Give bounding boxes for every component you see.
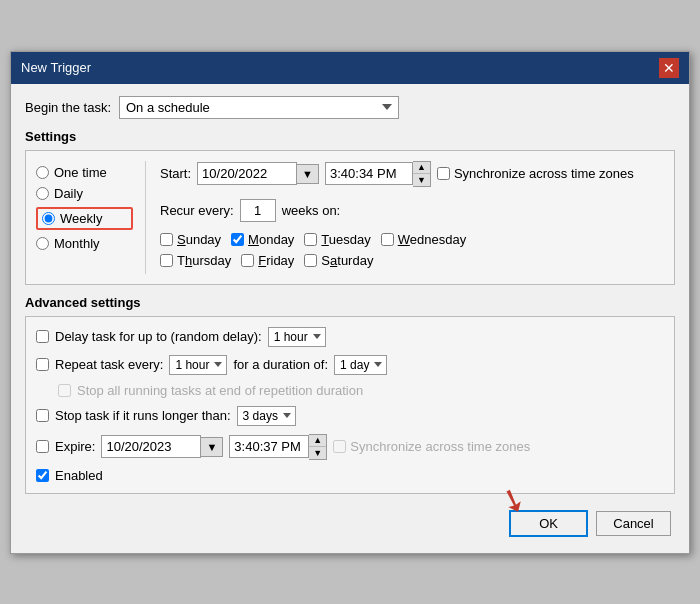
weeks-on-label: weeks on:: [282, 203, 341, 218]
expire-spin-up[interactable]: ▲: [309, 435, 326, 447]
stop-longer-label: Stop task if it runs longer than:: [55, 408, 231, 423]
expire-checkbox[interactable]: [36, 440, 49, 453]
right-config-col: Start: ▼ ▲ ▼: [146, 161, 664, 274]
day-wednesday-label: Wednesday: [398, 232, 466, 247]
begin-task-row: Begin the task: On a schedule: [25, 96, 675, 119]
delay-dropdown[interactable]: 1 hour: [268, 327, 326, 347]
day-thursday[interactable]: Thursday: [160, 253, 231, 268]
days-row-2: Thursday Friday Saturday: [160, 253, 664, 268]
radio-monthly-input[interactable]: [36, 237, 49, 250]
radio-monthly-label: Monthly: [54, 236, 100, 251]
day-tuesday-checkbox[interactable]: [304, 233, 317, 246]
day-thursday-label: Thursday: [177, 253, 231, 268]
enabled-row: Enabled: [36, 468, 664, 483]
new-trigger-dialog: New Trigger ✕ Begin the task: On a sched…: [10, 51, 690, 554]
expire-spin-down[interactable]: ▼: [309, 447, 326, 459]
time-spinner: ▲ ▼: [413, 161, 431, 187]
expire-time-input[interactable]: [229, 435, 309, 458]
radio-daily[interactable]: Daily: [36, 186, 133, 201]
delay-label: Delay task for up to (random delay):: [55, 329, 262, 344]
stop-longer-row: Stop task if it runs longer than: 3 days: [36, 406, 664, 426]
enabled-checkbox[interactable]: [36, 469, 49, 482]
expire-label: Expire:: [55, 439, 95, 454]
repeat-checkbox[interactable]: [36, 358, 49, 371]
radio-weekly[interactable]: Weekly: [36, 207, 133, 230]
advanced-label: Advanced settings: [25, 295, 675, 310]
calendar-button[interactable]: ▼: [297, 164, 319, 184]
day-wednesday-checkbox[interactable]: [381, 233, 394, 246]
delay-row: Delay task for up to (random delay): 1 h…: [36, 327, 664, 347]
day-monday-checkbox[interactable]: [231, 233, 244, 246]
stop-running-checkbox[interactable]: [58, 384, 71, 397]
radio-monthly[interactable]: Monthly: [36, 236, 133, 251]
sync-timezone-row[interactable]: Synchronize across time zones: [437, 166, 634, 181]
stop-running-row: Stop all running tasks at end of repetit…: [36, 383, 664, 398]
expire-time-spinner: ▲ ▼: [309, 434, 327, 460]
day-saturday[interactable]: Saturday: [304, 253, 373, 268]
begin-task-dropdown[interactable]: On a schedule: [119, 96, 399, 119]
repeat-dropdown[interactable]: 1 hour: [169, 355, 227, 375]
start-row: Start: ▼ ▲ ▼: [160, 161, 664, 187]
cancel-button[interactable]: Cancel: [596, 511, 671, 536]
expire-calendar-button[interactable]: ▼: [201, 437, 223, 457]
delay-checkbox[interactable]: [36, 330, 49, 343]
sync-timezone-label: Synchronize across time zones: [454, 166, 634, 181]
day-saturday-checkbox[interactable]: [304, 254, 317, 267]
time-field-group: ▲ ▼: [325, 161, 431, 187]
radio-weekly-label: Weekly: [60, 211, 102, 226]
day-friday[interactable]: Friday: [241, 253, 294, 268]
time-spin-down[interactable]: ▼: [413, 174, 430, 186]
expire-date-group: ▼: [101, 435, 223, 458]
day-friday-label: Friday: [258, 253, 294, 268]
day-thursday-checkbox[interactable]: [160, 254, 173, 267]
day-wednesday[interactable]: Wednesday: [381, 232, 466, 247]
repeat-label: Repeat task every:: [55, 357, 163, 372]
time-spin-up[interactable]: ▲: [413, 162, 430, 174]
radio-one-time-input[interactable]: [36, 166, 49, 179]
sync-timezone-checkbox[interactable]: [437, 167, 450, 180]
day-friday-checkbox[interactable]: [241, 254, 254, 267]
close-button[interactable]: ✕: [659, 58, 679, 78]
date-field-group: ▼: [197, 162, 319, 185]
day-saturday-label: Saturday: [321, 253, 373, 268]
day-tuesday-label: Tuesday: [321, 232, 370, 247]
radio-daily-input[interactable]: [36, 187, 49, 200]
recur-input[interactable]: [240, 199, 276, 222]
settings-inner: One time Daily Weekly Monthly: [36, 161, 664, 274]
expire-row: Expire: ▼ ▲ ▼ Synchronize across time zo…: [36, 434, 664, 460]
stop-longer-checkbox[interactable]: [36, 409, 49, 422]
radio-daily-label: Daily: [54, 186, 83, 201]
expire-time-group: ▲ ▼: [229, 434, 327, 460]
recur-label: Recur every:: [160, 203, 234, 218]
enabled-label: Enabled: [55, 468, 103, 483]
dialog-title: New Trigger: [21, 60, 91, 75]
start-label: Start:: [160, 166, 191, 181]
expire-date-input[interactable]: [101, 435, 201, 458]
radio-column: One time Daily Weekly Monthly: [36, 161, 146, 274]
title-bar: New Trigger ✕: [11, 52, 689, 84]
radio-weekly-input[interactable]: [42, 212, 55, 225]
radio-one-time[interactable]: One time: [36, 165, 133, 180]
days-row-1: Sunday Monday Tuesday Wednesday: [160, 232, 664, 247]
day-tuesday[interactable]: Tuesday: [304, 232, 370, 247]
expire-sync-row[interactable]: Synchronize across time zones: [333, 439, 530, 454]
settings-label: Settings: [25, 129, 675, 144]
start-date-input[interactable]: [197, 162, 297, 185]
bottom-row: ➘ OK Cancel: [25, 504, 675, 541]
day-sunday-checkbox[interactable]: [160, 233, 173, 246]
dialog-body: Begin the task: On a schedule Settings O…: [11, 84, 689, 553]
expire-sync-checkbox[interactable]: [333, 440, 346, 453]
advanced-section: Delay task for up to (random delay): 1 h…: [25, 316, 675, 494]
stop-running-label: Stop all running tasks at end of repetit…: [77, 383, 363, 398]
radio-one-time-label: One time: [54, 165, 107, 180]
stop-longer-dropdown[interactable]: 3 days: [237, 406, 296, 426]
recur-row: Recur every: weeks on:: [160, 199, 664, 222]
day-sunday[interactable]: Sunday: [160, 232, 221, 247]
begin-task-label: Begin the task:: [25, 100, 111, 115]
day-monday[interactable]: Monday: [231, 232, 294, 247]
start-time-input[interactable]: [325, 162, 413, 185]
day-sunday-label: Sunday: [177, 232, 221, 247]
repeat-row: Repeat task every: 1 hour for a duration…: [36, 355, 664, 375]
day-monday-label: Monday: [248, 232, 294, 247]
duration-dropdown[interactable]: 1 day: [334, 355, 387, 375]
